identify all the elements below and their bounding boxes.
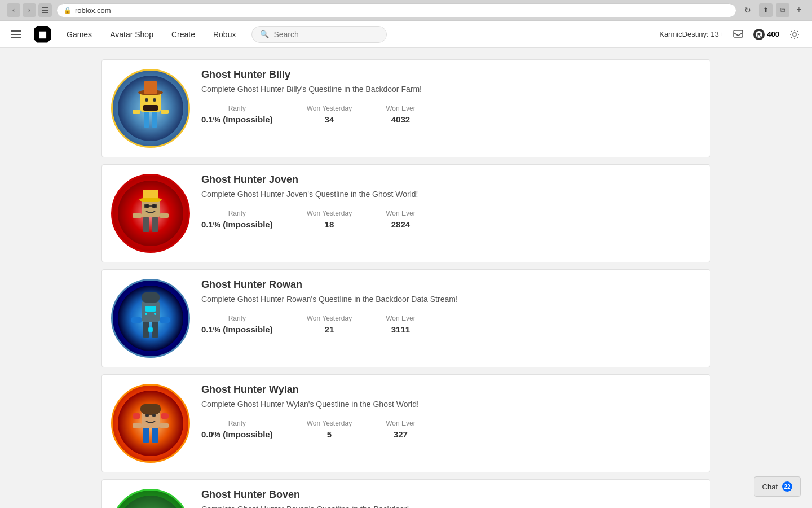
- nav-create-link[interactable]: Create: [162, 21, 204, 48]
- svg-rect-37: [142, 292, 160, 303]
- badge-image-rowan: [111, 279, 190, 358]
- badge-info-boven: Ghost Hunter Boven Complete Ghost Hunter…: [201, 489, 701, 508]
- badge-desc-billy: Complete Ghost Hunter Billy's Questline …: [201, 84, 701, 95]
- yesterday-value-joven: 18: [307, 220, 352, 229]
- rarity-value-joven: 0.1% (Impossible): [201, 220, 273, 229]
- ever-label-billy: Won Ever: [386, 104, 415, 112]
- badge-image-boven: [111, 489, 190, 508]
- reload-button[interactable]: ↻: [741, 3, 754, 17]
- ever-value-billy: 4032: [386, 115, 415, 124]
- ever-value-joven: 2824: [386, 220, 415, 229]
- ever-value-rowan: 3111: [386, 325, 415, 334]
- svg-rect-23: [160, 213, 169, 218]
- rarity-label-rowan: Rarity: [201, 314, 273, 322]
- svg-rect-35: [131, 317, 142, 323]
- robux-icon: R: [753, 29, 765, 40]
- nav-arrows: ‹ ›: [7, 3, 52, 17]
- badge-name-wylan: Ghost Hunter Wylan: [201, 384, 701, 396]
- svg-rect-38: [145, 306, 156, 312]
- svg-rect-12: [161, 110, 169, 114]
- svg-point-40: [145, 313, 147, 315]
- search-input[interactable]: [273, 30, 378, 39]
- chat-count-badge: 22: [782, 481, 792, 492]
- badge-info-rowan: Ghost Hunter Rowan Complete Ghost Hunter…: [201, 279, 701, 334]
- badge-info-wylan: Ghost Hunter Wylan Complete Ghost Hunter…: [201, 384, 701, 439]
- badge-card-wylan: Ghost Hunter Wylan Complete Ghost Hunter…: [102, 374, 710, 472]
- badge-desc-boven: Complete Ghost Hunter Boven's Questline …: [201, 504, 701, 508]
- main-content: Ghost Hunter Billy Complete Ghost Hunter…: [0, 48, 812, 508]
- badge-stat-ever-wylan: Won Ever 327: [386, 419, 415, 439]
- svg-rect-9: [144, 112, 149, 128]
- yesterday-label-billy: Won Yesterday: [307, 104, 352, 112]
- svg-point-15: [145, 98, 148, 102]
- yesterday-value-wylan: 5: [307, 430, 352, 439]
- svg-rect-21: [152, 217, 158, 232]
- badge-stat-ever-rowan: Won Ever 3111: [386, 314, 415, 334]
- badge-stats-wylan: Rarity 0.0% (Impossible) Won Yesterday 5…: [201, 419, 701, 439]
- nav-right: KarmicDestiny: 13+ R 400: [659, 26, 803, 43]
- rarity-label-wylan: Rarity: [201, 419, 273, 427]
- rarity-value-billy: 0.1% (Impossible): [201, 115, 273, 124]
- nav-avatar-shop-link[interactable]: Avatar Shop: [101, 21, 162, 48]
- chat-label: Chat: [762, 483, 778, 491]
- svg-rect-29: [152, 204, 157, 208]
- svg-rect-0: [42, 7, 48, 8]
- badge-stats-billy: Rarity 0.1% (Impossible) Won Yesterday 3…: [201, 104, 701, 124]
- badge-name-billy: Ghost Hunter Billy: [201, 69, 701, 81]
- svg-rect-49: [152, 428, 158, 443]
- yesterday-label-joven: Won Yesterday: [307, 209, 352, 217]
- svg-point-25: [139, 198, 162, 202]
- url-text: roblox.com: [75, 6, 111, 15]
- share-button[interactable]: ⬆: [759, 3, 773, 17]
- nav-robux-link[interactable]: Robux: [204, 21, 245, 48]
- search-icon: 🔍: [260, 30, 269, 38]
- badge-stat-rarity-rowan: Rarity 0.1% (Impossible): [201, 314, 273, 334]
- svg-point-6: [793, 33, 796, 36]
- badge-stat-yesterday-rowan: Won Yesterday 21: [307, 314, 352, 334]
- svg-text:R: R: [757, 32, 761, 38]
- hamburger-menu[interactable]: [9, 25, 27, 43]
- svg-point-39: [148, 327, 153, 332]
- svg-rect-53: [160, 423, 169, 428]
- svg-rect-10: [152, 112, 157, 128]
- badge-desc-rowan: Complete Ghost Hunter Rowan's Questline …: [201, 294, 701, 305]
- yesterday-value-billy: 34: [307, 115, 352, 124]
- rarity-label-joven: Rarity: [201, 209, 273, 217]
- nav-games-link[interactable]: Games: [58, 21, 101, 48]
- messages-icon[interactable]: [730, 26, 747, 43]
- search-bar[interactable]: 🔍: [251, 26, 387, 43]
- badge-desc-wylan: Complete Ghost Hunter Wylan's Questline …: [201, 399, 701, 410]
- sidebar-toggle-button[interactable]: [38, 3, 52, 17]
- yesterday-label-rowan: Won Yesterday: [307, 314, 352, 322]
- robux-amount: 400: [767, 30, 779, 38]
- nav-links: Games Avatar Shop Create Robux: [58, 21, 245, 48]
- svg-rect-17: [143, 105, 158, 111]
- new-tab-button[interactable]: ⧉: [776, 3, 789, 17]
- robux-display: R 400: [753, 29, 779, 40]
- roblox-navbar: ◼ Games Avatar Shop Create Robux 🔍 Karmi…: [0, 21, 812, 48]
- svg-rect-28: [144, 204, 149, 208]
- badge-stat-rarity-billy: Rarity 0.1% (Impossible): [201, 104, 273, 124]
- back-button[interactable]: ‹: [7, 3, 20, 17]
- browser-actions: ⬆ ⧉ +: [759, 3, 805, 17]
- settings-icon[interactable]: [786, 26, 803, 43]
- forward-button[interactable]: ›: [23, 3, 36, 17]
- badge-stats-joven: Rarity 0.1% (Impossible) Won Yesterday 1…: [201, 209, 701, 229]
- badge-info-joven: Ghost Hunter Joven Complete Ghost Hunter…: [201, 174, 701, 229]
- add-tab-button[interactable]: +: [793, 3, 805, 16]
- svg-rect-47: [161, 413, 169, 419]
- svg-point-54: [118, 496, 183, 508]
- badge-image-joven: [111, 174, 190, 253]
- hamburger-line: [11, 37, 21, 38]
- rarity-value-rowan: 0.1% (Impossible): [201, 325, 273, 334]
- badge-card-billy: Ghost Hunter Billy Complete Ghost Hunter…: [102, 59, 710, 157]
- address-bar[interactable]: 🔒 roblox.com: [56, 3, 736, 17]
- chat-button[interactable]: Chat 22: [754, 476, 801, 497]
- badge-stat-rarity-joven: Rarity 0.1% (Impossible): [201, 209, 273, 229]
- svg-point-41: [154, 313, 156, 315]
- yesterday-value-rowan: 21: [307, 325, 352, 334]
- svg-point-51: [152, 414, 156, 417]
- badge-image-billy: [111, 69, 190, 148]
- badge-stats-rowan: Rarity 0.1% (Impossible) Won Yesterday 2…: [201, 314, 701, 334]
- roblox-logo[interactable]: ◼: [34, 26, 51, 43]
